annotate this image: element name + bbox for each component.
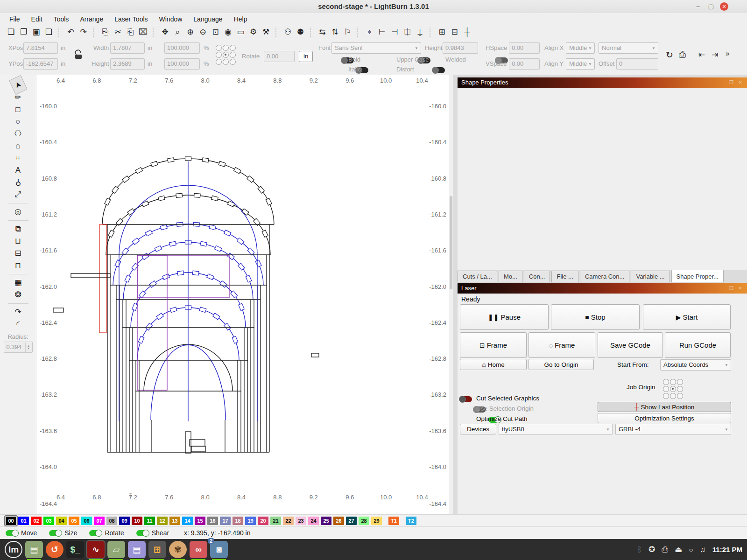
camera-capture-icon[interactable]: ◉ <box>222 27 234 38</box>
position-laser-tool-icon[interactable]: ⚲ <box>11 176 26 189</box>
pan-icon[interactable]: ✥ <box>159 27 171 38</box>
ellipse-tool-icon[interactable]: ○ <box>11 116 26 128</box>
close-button[interactable]: ✕ <box>720 2 728 11</box>
layer-swatch-05[interactable]: 05 <box>69 517 79 525</box>
laser-drawing[interactable] <box>36 75 453 514</box>
edit-nodes-tool-icon[interactable]: ⌂ <box>11 140 26 152</box>
layer-swatch-13[interactable]: 13 <box>169 517 180 525</box>
tab-camera-con-[interactable]: Camera Con... <box>580 271 630 282</box>
wifi-icon[interactable]: ⌔ <box>689 545 693 554</box>
machine-settings-icon[interactable]: ⚒ <box>260 27 272 38</box>
distribute-vertical-icon[interactable]: ⍊ <box>414 27 426 38</box>
layer-swatch-10[interactable]: 10 <box>132 517 142 525</box>
show-last-position-button[interactable]: ┼Show Last Position <box>598 402 731 412</box>
flip-vertical-icon[interactable]: ⇅ <box>329 27 341 38</box>
menu-window[interactable]: Window <box>154 14 188 24</box>
weld-mode-combo[interactable]: Normal <box>599 42 658 54</box>
rectangle-tool-icon[interactable]: □ <box>11 104 26 116</box>
delete-icon[interactable]: ⌧ <box>137 27 149 38</box>
copy-along-path-tool-icon[interactable]: ↷ <box>11 306 26 318</box>
taskbar-app-mint-menu[interactable]: lm <box>5 541 22 558</box>
job-origin-nw[interactable] <box>663 379 669 385</box>
height-field[interactable]: 2.3689 <box>110 58 145 70</box>
anchor-n[interactable] <box>223 45 229 51</box>
layer-swatch-21[interactable]: 21 <box>270 517 281 525</box>
save-gcode-button[interactable]: Save GCode <box>598 332 663 358</box>
rotate-toggle[interactable] <box>89 530 101 536</box>
print-icon[interactable]: ⎙ <box>679 49 686 60</box>
open-file-icon[interactable]: ❐ <box>17 27 30 38</box>
distribute-horizontal-icon[interactable]: ⎅ <box>401 27 414 38</box>
undo-icon[interactable]: ↶ <box>64 27 77 38</box>
layer-swatch-08[interactable]: 08 <box>106 517 117 525</box>
taskbar-app-goggles-app[interactable]: ∞ <box>190 541 207 558</box>
job-origin-selector[interactable] <box>663 379 684 399</box>
preview-icon[interactable]: ▭ <box>234 27 247 38</box>
laser-dock-icons[interactable]: ❐ ✕ <box>729 283 744 294</box>
menu-file[interactable]: File <box>4 14 26 24</box>
shear-toggle[interactable] <box>136 530 148 536</box>
size-toggle[interactable] <box>49 530 61 536</box>
menu-laser-tools[interactable]: Laser Tools <box>109 14 153 24</box>
tab-con-[interactable]: Con... <box>524 271 550 282</box>
refresh-preview-icon[interactable]: ↻ <box>666 49 673 60</box>
home-button[interactable]: ⌂Home <box>460 359 527 370</box>
anchor-w[interactable] <box>216 52 222 58</box>
port-combo[interactable]: ttyUSB0 <box>499 424 613 435</box>
taskbar-app-terminal[interactable]: $_ <box>66 541 84 558</box>
lock-aspect-icon[interactable] <box>75 51 82 59</box>
ypos-field[interactable]: -162.6547 <box>23 58 58 70</box>
layer-swatch-14[interactable]: 14 <box>182 517 193 525</box>
layer-swatch-09[interactable]: 09 <box>119 517 130 525</box>
layer-swatch-26[interactable]: 26 <box>333 517 344 525</box>
taskbar-app-file-manager[interactable]: ▤ <box>25 541 43 558</box>
menu-language[interactable]: Language <box>188 14 228 24</box>
layer-swatch-18[interactable]: 18 <box>233 517 243 525</box>
layer-swatch-02[interactable]: 02 <box>31 517 42 525</box>
shape-properties-titlebar[interactable]: Shape Properties ❐ ✕ <box>458 77 747 88</box>
job-origin-n[interactable] <box>670 379 676 385</box>
font-height-field[interactable]: 0.9843 <box>443 42 478 54</box>
taskbar-app-screenshot-tool[interactable]: ◙2 <box>210 541 228 558</box>
height-percent-field[interactable]: 100.000 <box>164 58 200 70</box>
job-origin-sw[interactable] <box>663 393 669 399</box>
push-left-icon[interactable]: ⇤ <box>698 50 705 60</box>
crosshair-icon[interactable]: ┼ <box>461 27 473 38</box>
layer-swatch-07[interactable]: 07 <box>94 517 105 525</box>
laser-titlebar[interactable]: Laser ❐ ✕ <box>458 283 747 294</box>
taskbar-app-orange-app[interactable]: ↺ <box>46 541 63 558</box>
zoom-out-icon[interactable]: ⊖ <box>197 27 209 38</box>
taskbar-app-folder[interactable]: ▱ <box>107 541 125 558</box>
flip-horizontal-icon[interactable]: ⇆ <box>316 27 329 38</box>
layer-swatch-01[interactable]: 01 <box>18 517 29 525</box>
tab-variable-[interactable]: Variable ... <box>631 271 669 282</box>
paste-icon[interactable]: ⎗ <box>124 27 137 38</box>
layer-swatch-T2[interactable]: T2 <box>406 517 416 525</box>
start-button[interactable]: ▶Start <box>643 304 731 330</box>
width-percent-field[interactable]: 100.000 <box>164 42 200 54</box>
anchor-se[interactable] <box>230 59 236 65</box>
boolean-subtract-tool-icon[interactable]: ⊟ <box>11 247 26 259</box>
layer-swatch-15[interactable]: 15 <box>195 517 205 525</box>
cut-icon[interactable]: ✂ <box>112 27 124 38</box>
radius-field[interactable]: 0.394▲▼ <box>4 342 33 353</box>
layer-swatch-23[interactable]: 23 <box>296 517 306 525</box>
frame-tool-icon[interactable]: ⌗ <box>11 152 26 164</box>
job-origin-s[interactable] <box>670 393 676 399</box>
anchor-center[interactable] <box>223 52 229 58</box>
new-file-icon[interactable]: ❏ <box>5 27 17 38</box>
layer-swatch-T1[interactable]: T1 <box>388 517 399 525</box>
tab-file-[interactable]: File ... <box>551 271 578 282</box>
boolean-intersect-tool-icon[interactable]: ⊓ <box>11 259 26 272</box>
boolean-union-tool-icon[interactable]: ⊔ <box>11 235 26 247</box>
offset-shapes-tool-icon[interactable]: ◎ <box>11 206 26 218</box>
layer-swatch-20[interactable]: 20 <box>258 517 268 525</box>
layer-swatch-25[interactable]: 25 <box>321 517 331 525</box>
device-profile-combo[interactable]: GRBL-4 <box>615 424 731 435</box>
canvas[interactable]: ⌶ 6.46.87.27.68.08.48.89.29.610.010.46.4… <box>36 75 453 514</box>
save-icon[interactable]: ▣ <box>30 27 42 38</box>
layer-swatch-00[interactable]: 00 <box>6 517 16 525</box>
tab-cuts-la-[interactable]: Cuts / La... <box>458 271 497 282</box>
anchor-ne[interactable] <box>230 45 236 51</box>
job-origin-ne[interactable] <box>677 379 683 385</box>
